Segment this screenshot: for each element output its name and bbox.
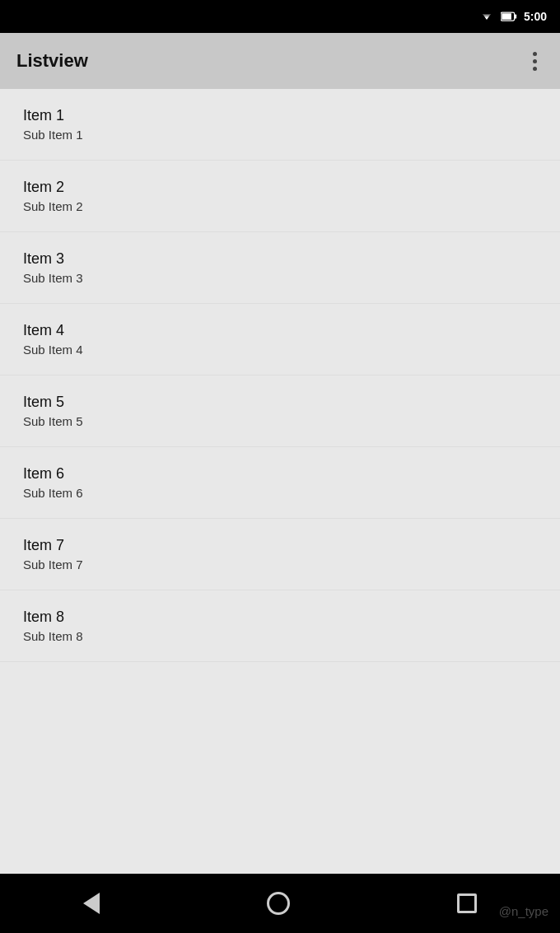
list-item-7[interactable]: Item 7Sub Item 7 [0,519,560,590]
list-item-subtitle-8: Sub Item 8 [23,629,537,643]
svg-rect-1 [502,13,511,20]
app-bar: Listview [0,33,560,89]
list-item-8[interactable]: Item 8Sub Item 8 [0,590,560,662]
list-item-subtitle-3: Sub Item 3 [23,271,537,285]
status-time: 5:00 [524,10,547,23]
watermark: @n_type [499,904,548,918]
list-item-title-5: Item 5 [23,394,537,411]
list-item-2[interactable]: Item 2Sub Item 2 [0,161,560,232]
status-bar-right: 5:00 [479,10,547,23]
nav-bar: @n_type [0,874,560,933]
list-item-title-1: Item 1 [23,107,537,124]
list-item-title-2: Item 2 [23,179,537,196]
list-item-subtitle-7: Sub Item 7 [23,557,537,571]
status-bar: 5:00 [0,0,560,33]
list-item-3[interactable]: Item 3Sub Item 3 [0,232,560,304]
wifi-icon [479,11,494,22]
battery-icon [501,11,517,22]
list-item-6[interactable]: Item 6Sub Item 6 [0,447,560,519]
home-icon [267,892,290,915]
list-item-5[interactable]: Item 5Sub Item 5 [0,376,560,447]
list-item-1[interactable]: Item 1Sub Item 1 [0,89,560,161]
overflow-dot-3 [533,67,537,71]
list-item-subtitle-2: Sub Item 2 [23,199,537,213]
nav-recents-button[interactable] [447,884,487,923]
list-item-subtitle-1: Sub Item 1 [23,128,537,142]
list-item-subtitle-4: Sub Item 4 [23,343,537,357]
overflow-dot-1 [533,52,537,56]
list-item-title-6: Item 6 [23,465,537,483]
list-item-title-3: Item 3 [23,250,537,268]
nav-back-button[interactable] [73,883,110,924]
recents-icon [457,893,477,913]
list-item-title-7: Item 7 [23,537,537,554]
back-icon [83,893,100,914]
nav-home-button[interactable] [257,882,300,925]
list-item-subtitle-5: Sub Item 5 [23,414,537,428]
list-container[interactable]: Item 1Sub Item 1Item 2Sub Item 2Item 3Su… [0,89,560,874]
list-item-title-4: Item 4 [23,322,537,339]
overflow-menu-button[interactable] [526,45,544,77]
overflow-dot-2 [533,59,537,63]
list-item-title-8: Item 8 [23,609,537,626]
svg-rect-2 [515,15,517,19]
list-item-subtitle-6: Sub Item 6 [23,486,537,500]
list-item-4[interactable]: Item 4Sub Item 4 [0,304,560,376]
app-bar-title: Listview [16,50,88,72]
